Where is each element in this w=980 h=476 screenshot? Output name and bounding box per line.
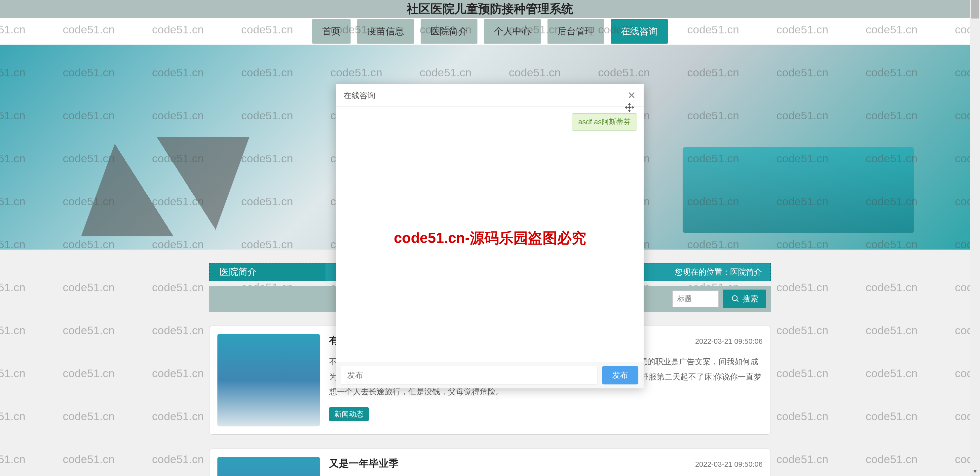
publish-button[interactable]: 发布 <box>602 366 638 384</box>
chat-modal: 在线咨询 ✕ asdf as阿斯蒂芬 发布 <box>336 84 644 388</box>
close-icon[interactable]: ✕ <box>627 91 636 100</box>
modal-footer: 发布 <box>336 362 644 388</box>
chat-body: asdf as阿斯蒂芬 <box>336 107 644 362</box>
chat-input[interactable] <box>341 366 597 384</box>
modal-title: 在线咨询 <box>344 90 375 101</box>
scroll-down-arrow[interactable]: ▾ <box>970 466 980 476</box>
scroll-thumb[interactable] <box>971 0 979 19</box>
page-scrollbar[interactable]: ▾ <box>970 0 980 476</box>
chat-message: asdf as阿斯蒂芬 <box>572 113 637 131</box>
modal-header[interactable]: 在线咨询 ✕ <box>336 84 644 107</box>
